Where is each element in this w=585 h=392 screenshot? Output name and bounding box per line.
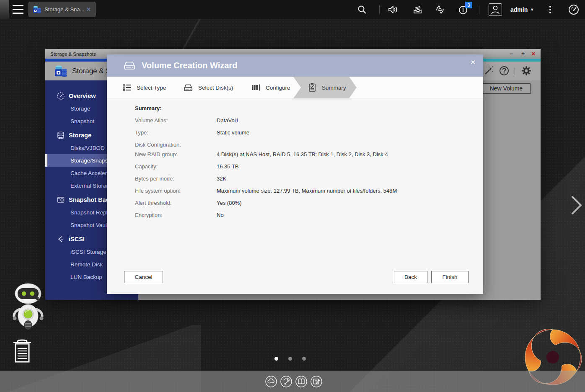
admin-label: admin [510,6,528,13]
storage-app-icon [54,64,68,78]
separator [379,5,380,14]
separator [515,67,515,75]
volume-creation-wizard-dialog: Volume Creation Wizard ✕ Select Type [107,54,483,294]
help-icon[interactable] [499,65,510,76]
drive-icon [123,61,136,71]
window-close-button[interactable]: ✕ [528,49,538,59]
tab-label: Storage & Sna... [44,6,85,13]
admin-menu[interactable]: admin ▼ [510,0,534,19]
snapshot-camera-icon [57,196,65,204]
summary-clipboard-icon [308,83,317,93]
cancel-button[interactable]: Cancel [124,271,163,283]
notification-badge[interactable]: 3 [465,2,472,8]
corner-handle[interactable] [0,0,9,19]
summary-row: New RAID group: 4 Disk(s) at NAS Host, R… [107,151,483,163]
summary-row: Volume Alias: DataVol1 [107,117,483,129]
notes-icon[interactable] [311,376,322,387]
summary-row: Type: Static volume [107,129,483,142]
select-disks-drive-icon [183,83,193,92]
manual-icon[interactable] [295,376,307,387]
cloud-icon[interactable] [265,376,277,387]
hamburger-menu-icon [13,9,23,10]
dialog-header: Volume Creation Wizard ✕ [107,54,483,77]
configure-icon [251,83,261,92]
summary-rows: Summary: Volume Alias: DataVol1 Type: St… [107,105,483,224]
tools-icon[interactable] [280,376,292,387]
hamburger-menu-icon [13,13,23,14]
summary-row: File system option: Maximum volume size:… [107,188,483,200]
dock-bar [0,371,585,392]
more-options-icon[interactable] [546,4,555,15]
step-configure[interactable]: Configure [251,77,290,98]
wizard-steps-bar: Select Type Select Disk(s) Con [107,77,483,98]
desktop-pager [274,357,306,361]
storage-app-icon [32,5,41,14]
wand-icon[interactable] [483,65,494,76]
summary-row: Capacity: 16.35 TB [107,163,483,175]
tab-close-icon[interactable]: ✕ [85,6,92,13]
main-menu-button[interactable] [13,5,23,14]
volume-icon[interactable] [388,4,399,15]
select-type-list-icon [122,83,132,92]
qts-desktop: Storage & Sna... ✕ [0,0,585,392]
step-select-disks[interactable]: Select Disk(s) [183,77,233,98]
dialog-title: Volume Creation Wizard [142,61,237,70]
top-bar: Storage & Sna... ✕ [0,0,585,19]
user-avatar-icon[interactable] [489,3,502,16]
background-tasks-icon[interactable] [412,4,423,15]
summary-row: Disk Configuration: [107,142,483,151]
maximize-button[interactable]: + [518,49,528,59]
next-page-chevron-icon[interactable] [571,195,583,215]
robot-assistant-icon[interactable] [10,282,46,330]
pager-dot[interactable] [274,357,278,361]
summary-heading-row: Summary: [107,105,483,117]
device-sync-icon[interactable] [435,4,445,15]
pager-dot[interactable] [302,357,306,361]
summary-row: Encryption: No [107,212,483,224]
search-icon[interactable] [357,4,368,15]
step-summary[interactable]: Summary [308,77,346,98]
separator [479,5,479,14]
pager-dot[interactable] [288,357,292,361]
minimize-button[interactable]: – [506,49,516,59]
dashboard-icon[interactable] [568,4,580,15]
recycle-bin-icon[interactable] [12,338,33,364]
finish-button[interactable]: Finish [431,271,469,283]
step-select-type[interactable]: Select Type [122,77,166,98]
new-volume-button[interactable]: New Volume [482,83,531,94]
window-title: Storage & Snapshots [50,52,96,57]
back-button[interactable]: Back [394,271,427,283]
iscsi-icon [57,235,65,243]
summary-row: Alert threshold: Yes (80%) [107,200,483,212]
settings-gear-icon[interactable] [521,65,532,76]
tab-storage-snapshots[interactable]: Storage & Sna... ✕ [28,2,96,17]
hamburger-menu-icon [13,5,23,6]
dialog-close-icon[interactable]: ✕ [469,58,477,67]
summary-row: Bytes per inode: 32K [107,175,483,188]
dropdown-caret-icon: ▼ [530,8,534,12]
overview-gauge-icon [57,92,65,100]
storage-disks-icon [57,131,65,139]
